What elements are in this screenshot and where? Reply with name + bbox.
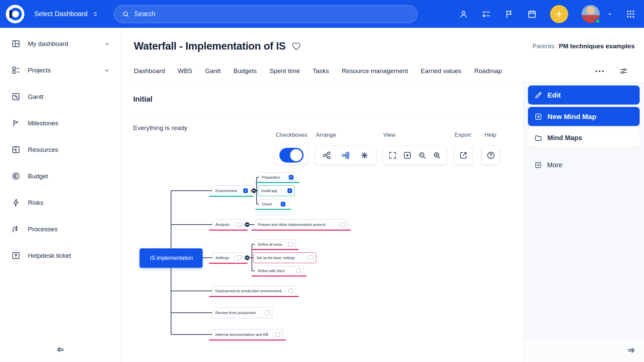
parents-value[interactable]: PM techniques examples xyxy=(559,43,635,50)
export-button[interactable] xyxy=(458,150,469,161)
sidebar-item-gantt[interactable]: Gantt xyxy=(0,83,120,110)
tab-dashboard[interactable]: Dashboard xyxy=(134,67,165,75)
add-button[interactable] xyxy=(550,5,568,23)
node-divider xyxy=(286,175,286,180)
tab-earned-values[interactable]: Earned values xyxy=(421,67,461,75)
chevron-down-icon xyxy=(104,41,110,47)
sidebar-item-budget[interactable]: Budget xyxy=(0,163,120,189)
view-card xyxy=(383,146,446,165)
more-item[interactable]: More xyxy=(528,158,640,172)
sidebar-item-label: Processes xyxy=(28,226,58,233)
user-menu-chevron-icon[interactable] xyxy=(607,11,612,17)
node-checkbox[interactable] xyxy=(288,242,293,247)
sidebar-item-helpdesk-ticket[interactable]: Helpdesk ticket xyxy=(0,242,120,269)
arrange-tree-layout-button[interactable] xyxy=(322,150,332,161)
mindmap-node-environment[interactable]: Environment xyxy=(212,185,251,196)
node-checkbox[interactable] xyxy=(296,268,301,273)
center-view-button[interactable] xyxy=(402,150,413,161)
mind-maps-item[interactable]: Mind Maps xyxy=(528,128,640,147)
mindmap-node-refine-with-client[interactable]: Refine with client xyxy=(255,266,304,276)
mindmap-node-check[interactable]: Check xyxy=(259,199,288,209)
search-bar[interactable] xyxy=(114,5,418,23)
panel-expand-button[interactable] xyxy=(626,346,637,355)
sidebar-collapse-button[interactable] xyxy=(55,345,66,354)
resources-icon xyxy=(11,145,20,154)
export-card xyxy=(454,146,472,165)
calendar-icon[interactable] xyxy=(527,9,537,19)
mindmap-node-analysis[interactable]: Analysis xyxy=(212,219,245,230)
mindmap-node-prepare-protocol[interactable]: Prepare and refine implementation protoc… xyxy=(255,219,348,230)
dashboard-selector[interactable]: Select Dashboard xyxy=(34,10,98,18)
mindmap-node-preparation[interactable]: Preparation xyxy=(259,172,296,182)
new-mind-map-button[interactable]: New Mind Map xyxy=(528,107,640,126)
plus-square-icon xyxy=(534,113,542,121)
zoom-out-button[interactable] xyxy=(417,150,427,161)
sidebar-item-risks[interactable]: Risks xyxy=(0,189,120,216)
mindmap-node-define-areas[interactable]: Define all areas xyxy=(255,239,296,249)
node-label: Preparation xyxy=(262,175,284,179)
node-divider xyxy=(273,333,273,337)
checkboxes-toggle[interactable] xyxy=(279,148,304,163)
arrange-radial-layout-button[interactable] xyxy=(359,150,370,161)
node-label: Deployment to production environment xyxy=(215,289,283,293)
search-input[interactable] xyxy=(134,10,409,18)
sidebar-item-milestones[interactable]: Milestones xyxy=(0,110,120,136)
mindmap-node-setup-basic-settings[interactable]: Set up the basic settings xyxy=(253,252,316,263)
tab-gantt[interactable]: Gantt xyxy=(205,67,220,75)
online-status-dot xyxy=(595,18,600,24)
sidebar-item-projects[interactable]: Projects xyxy=(0,57,120,83)
favorite-button[interactable] xyxy=(292,42,301,51)
mindmap-content: Initial Everything is ready Checkboxes A… xyxy=(121,82,523,362)
tune-settings-icon[interactable] xyxy=(619,67,628,75)
tab-roadmap[interactable]: Roadmap xyxy=(474,67,502,75)
node-checkbox[interactable] xyxy=(340,222,345,227)
node-checkbox[interactable] xyxy=(309,255,314,260)
help-button[interactable] xyxy=(485,150,496,161)
sidebar-item-processes[interactable]: Processes xyxy=(0,216,120,242)
collapse-left-icon xyxy=(55,345,66,354)
node-checkbox[interactable] xyxy=(243,188,248,193)
mindmap-node-root[interactable]: IS implementation xyxy=(140,248,203,268)
node-checkbox[interactable] xyxy=(287,188,292,193)
arrange-mindmap-layout-button[interactable] xyxy=(340,150,351,161)
profile-icon[interactable] xyxy=(459,9,468,19)
tasks-icon[interactable] xyxy=(482,9,491,19)
chevron-down-icon xyxy=(104,67,110,74)
tab-budgets[interactable]: Budgets xyxy=(233,67,257,75)
node-checkbox[interactable] xyxy=(275,332,280,337)
node-checkbox[interactable] xyxy=(237,255,242,260)
mindmap-node-settings[interactable]: Settings xyxy=(212,252,245,263)
more-tabs-icon[interactable] xyxy=(595,70,604,72)
tab-tasks[interactable]: Tasks xyxy=(313,67,329,75)
new-mind-map-label: New Mind Map xyxy=(547,113,596,121)
node-checkbox[interactable] xyxy=(265,310,270,315)
node-checkbox[interactable] xyxy=(289,175,293,180)
search-icon xyxy=(122,10,129,18)
flag-icon[interactable] xyxy=(504,9,514,19)
mindmap-node-install-app[interactable]: Install app xyxy=(258,185,295,196)
sidebar: My dashboardProjectsGanttMilestonesResou… xyxy=(0,28,121,362)
apps-grid-icon[interactable] xyxy=(626,9,635,19)
mindmap-node-deployment[interactable]: Deployment to production environment xyxy=(212,286,296,296)
panel-bottom-bar xyxy=(524,338,644,362)
sidebar-item-resources[interactable]: Resources xyxy=(0,136,120,163)
fit-screen-button[interactable] xyxy=(387,150,398,161)
node-checkbox[interactable] xyxy=(288,289,293,293)
processes-icon xyxy=(11,225,20,234)
node-checkbox[interactable] xyxy=(281,202,285,206)
app-logo-icon[interactable] xyxy=(5,4,25,24)
tab-resource-management[interactable]: Resource management xyxy=(342,67,408,75)
node-checkbox[interactable] xyxy=(237,222,242,227)
sidebar-item-my-dashboard[interactable]: My dashboard xyxy=(0,31,120,57)
user-menu[interactable] xyxy=(582,5,600,23)
mindmap-node-review-production[interactable]: Review from production xyxy=(212,307,272,318)
tab-wbs[interactable]: WBS xyxy=(178,67,192,75)
mindmap-node-internal-docs[interactable]: Internal documentation and KB xyxy=(212,329,283,340)
node-label: Review from production xyxy=(215,311,260,315)
node-divider xyxy=(240,189,241,193)
zoom-in-button[interactable] xyxy=(431,150,442,161)
edit-button[interactable]: Edit xyxy=(528,85,640,105)
section-header: Initial xyxy=(121,82,523,116)
projects-icon xyxy=(11,66,20,75)
tab-spent-time[interactable]: Spent time xyxy=(269,67,300,75)
